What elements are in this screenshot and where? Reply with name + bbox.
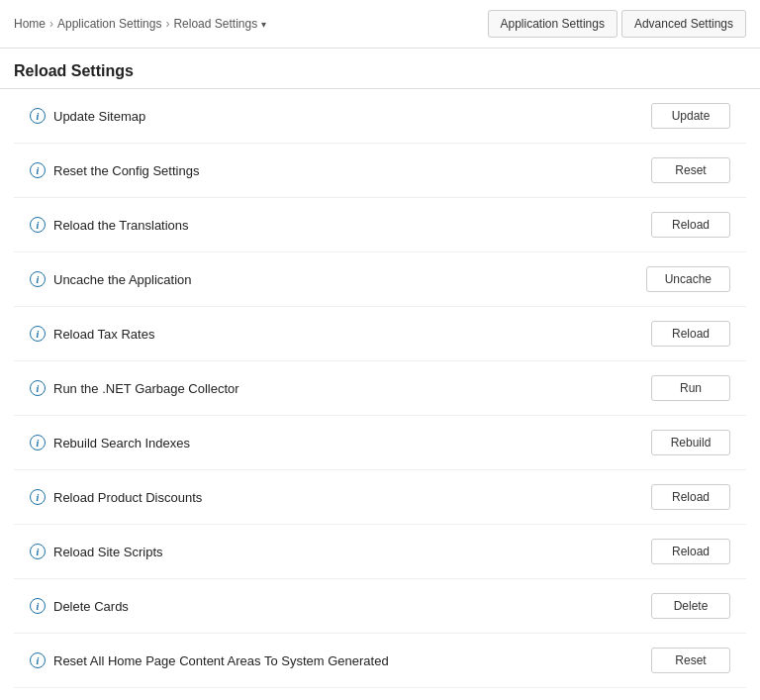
row-left-uncache-app: iUncache the Application — [30, 271, 646, 287]
info-icon-reload-discounts[interactable]: i — [30, 489, 46, 505]
settings-row-reset-homepage: iReset All Home Page Content Areas To Sy… — [14, 634, 746, 688]
settings-row-reload-scripts: iReload Site ScriptsReload — [14, 525, 746, 579]
row-label-reset-config: Reset the Config Settings — [53, 163, 199, 178]
info-icon-reload-tax-rates[interactable]: i — [30, 326, 46, 342]
top-nav: Home › Application Settings › Reload Set… — [0, 0, 760, 49]
info-icon-update-sitemap[interactable]: i — [30, 108, 46, 124]
info-icon-rebuild-search[interactable]: i — [30, 435, 46, 450]
row-left-rebuild-search: iRebuild Search Indexes — [30, 435, 651, 450]
row-left-reload-discounts: iReload Product Discounts — [30, 489, 651, 505]
row-label-rebuild-search: Rebuild Search Indexes — [53, 436, 190, 450]
action-button-reload-scripts[interactable]: Reload — [651, 539, 730, 564]
row-left-reset-homepage: iReset All Home Page Content Areas To Sy… — [30, 652, 651, 668]
settings-row-update-sitemap: iUpdate SitemapUpdate — [14, 89, 746, 144]
action-button-reset-config[interactable]: Reset — [651, 157, 730, 183]
action-button-delete-cards[interactable]: Delete — [651, 593, 730, 619]
info-icon-delete-cards[interactable]: i — [30, 598, 46, 614]
row-label-delete-cards: Delete Cards — [53, 599, 129, 614]
action-button-rebuild-search[interactable]: Rebuild — [651, 430, 730, 455]
row-left-reset-config: iReset the Config Settings — [30, 162, 651, 178]
settings-row-reload-tax-rates: iReload Tax RatesReload — [14, 307, 746, 361]
settings-row-delete-homepage: iDelete All Home Page Configuration and … — [14, 688, 746, 700]
row-left-run-gc: iRun the .NET Garbage Collector — [30, 380, 651, 396]
advanced-settings-button[interactable]: Advanced Settings — [621, 10, 746, 38]
breadcrumb-sep-2: › — [165, 17, 169, 31]
info-icon-uncache-app[interactable]: i — [30, 271, 46, 287]
settings-row-reset-config: iReset the Config SettingsReset — [14, 144, 746, 198]
action-button-reload-discounts[interactable]: Reload — [651, 484, 730, 510]
action-button-run-gc[interactable]: Run — [651, 375, 730, 401]
row-label-reload-scripts: Reload Site Scripts — [53, 545, 163, 559]
chevron-down-icon: ▾ — [261, 19, 266, 30]
settings-row-run-gc: iRun the .NET Garbage CollectorRun — [14, 361, 746, 416]
info-icon-reload-scripts[interactable]: i — [30, 544, 46, 559]
info-icon-reset-config[interactable]: i — [30, 162, 46, 178]
breadcrumb-home[interactable]: Home — [14, 17, 46, 31]
settings-list: iUpdate SitemapUpdateiReset the Config S… — [0, 89, 760, 700]
action-button-reload-tax-rates[interactable]: Reload — [651, 321, 730, 347]
breadcrumb: Home › Application Settings › Reload Set… — [14, 17, 266, 31]
settings-row-reload-discounts: iReload Product DiscountsReload — [14, 470, 746, 525]
row-label-reload-tax-rates: Reload Tax Rates — [53, 327, 154, 342]
page-title-bar: Reload Settings — [0, 49, 760, 89]
row-label-run-gc: Run the .NET Garbage Collector — [53, 381, 239, 396]
row-label-reset-homepage: Reset All Home Page Content Areas To Sys… — [53, 653, 389, 668]
action-button-reset-homepage[interactable]: Reset — [651, 648, 730, 673]
page-title: Reload Settings — [14, 62, 746, 80]
settings-row-rebuild-search: iRebuild Search IndexesRebuild — [14, 416, 746, 470]
settings-row-reload-translations: iReload the TranslationsReload — [14, 198, 746, 252]
settings-row-uncache-app: iUncache the ApplicationUncache — [14, 252, 746, 307]
breadcrumb-sep-1: › — [49, 17, 53, 31]
info-icon-reset-homepage[interactable]: i — [30, 652, 46, 668]
info-icon-run-gc[interactable]: i — [30, 380, 46, 396]
settings-row-delete-cards: iDelete CardsDelete — [14, 579, 746, 634]
row-label-reload-translations: Reload the Translations — [53, 218, 189, 233]
row-left-update-sitemap: iUpdate Sitemap — [30, 108, 651, 124]
row-left-reload-translations: iReload the Translations — [30, 217, 651, 233]
row-label-reload-discounts: Reload Product Discounts — [53, 490, 202, 505]
breadcrumb-app-settings[interactable]: Application Settings — [57, 17, 161, 31]
row-left-reload-scripts: iReload Site Scripts — [30, 544, 651, 559]
row-label-uncache-app: Uncache the Application — [53, 272, 191, 287]
breadcrumb-current: Reload Settings ▾ — [173, 17, 266, 31]
action-button-update-sitemap[interactable]: Update — [651, 103, 730, 129]
row-left-reload-tax-rates: iReload Tax Rates — [30, 326, 651, 342]
action-button-reload-translations[interactable]: Reload — [651, 212, 730, 238]
row-label-update-sitemap: Update Sitemap — [53, 109, 145, 124]
app-settings-button[interactable]: Application Settings — [488, 10, 618, 38]
info-icon-reload-translations[interactable]: i — [30, 217, 46, 233]
action-button-uncache-app[interactable]: Uncache — [646, 266, 730, 292]
row-left-delete-cards: iDelete Cards — [30, 598, 651, 614]
nav-buttons: Application Settings Advanced Settings — [488, 10, 746, 38]
